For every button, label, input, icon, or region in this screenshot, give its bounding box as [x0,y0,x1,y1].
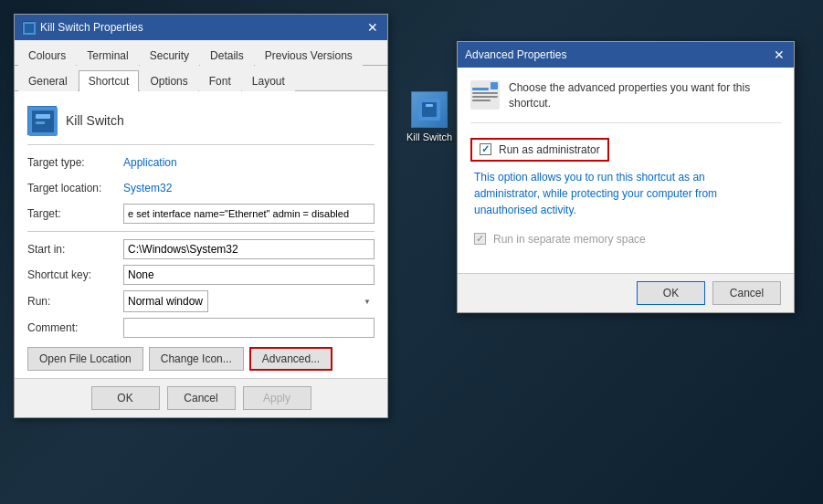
shortcut-header: Kill Switch [27,100,375,145]
svg-rect-14 [491,82,498,89]
target-label: Target: [27,207,123,220]
properties-close-button[interactable]: ✕ [365,21,380,34]
target-location-label: Target location: [27,182,123,194]
tabs-row-2: General Shortcut Options Font Layout [15,66,387,91]
shortcut-key-label: Shortcut key: [27,268,123,281]
advanced-cancel-button[interactable]: Cancel [712,281,781,305]
advanced-header-icon [470,80,500,110]
svg-rect-4 [25,24,34,33]
target-location-row: Target location: System32 [27,178,375,198]
tab-previous-versions[interactable]: Previous Versions [255,45,363,66]
svg-rect-10 [472,88,489,90]
desktop-icon-label: Kill Switch [406,131,452,142]
run-as-admin-section: Run as administrator [470,138,781,162]
properties-window: Kill Switch Properties ✕ Colours Termina… [14,14,388,418]
start-in-row: Start in: [27,239,375,259]
svg-rect-13 [472,100,491,101]
run-as-admin-row[interactable]: Run as administrator [470,138,609,162]
advanced-content: Choose the advanced properties you want … [458,68,794,273]
run-select-wrapper: Normal window [123,290,375,312]
advanced-description: This option allows you to run this short… [470,169,781,218]
properties-titlebar: Kill Switch Properties ✕ [15,15,387,40]
shortcut-icon [27,106,57,135]
desc-line2: administrator, while protecting your com… [474,187,717,200]
advanced-title: Advanced Properties [465,48,566,61]
target-type-value: Application [123,156,177,169]
comment-row: Comment: [27,318,375,338]
shortcut-key-row: Shortcut key: [27,265,375,285]
advanced-ok-button[interactable]: OK [637,281,705,305]
svg-rect-7 [36,114,50,119]
action-buttons-row: Open File Location Change Icon... Advanc… [27,347,375,371]
target-type-row: Target type: Application [27,152,375,173]
tabs-row-1: Colours Terminal Security Details Previo… [15,40,387,66]
target-input[interactable] [123,204,375,224]
advanced-button[interactable]: Advanced... [249,347,332,371]
secondary-label: Run in separate memory space [493,233,646,246]
run-select[interactable]: Normal window [123,290,208,312]
open-file-location-button[interactable]: Open File Location [27,347,143,371]
properties-content: Kill Switch Target type: Application Tar… [15,91,387,378]
comment-label: Comment: [27,321,123,334]
comment-input[interactable] [123,318,375,338]
start-in-input[interactable] [123,239,375,259]
desktop-icon-image [411,91,448,128]
svg-rect-8 [36,121,45,124]
titlebar-icon [22,21,35,34]
secondary-checkbox [474,233,486,245]
advanced-header: Choose the advanced properties you want … [470,80,781,123]
apply-button[interactable]: Apply [243,386,311,410]
run-as-admin-checkbox[interactable] [480,143,491,155]
shortcut-name: Kill Switch [66,113,124,128]
shortcut-key-input[interactable] [123,265,375,285]
run-label: Run: [27,295,123,308]
target-row: Target: [27,204,375,224]
svg-rect-2 [426,104,433,107]
secondary-checkbox-row: Run in separate memory space [470,233,781,246]
tab-shortcut[interactable]: Shortcut [79,70,140,91]
target-location-value: System32 [123,182,172,194]
tab-terminal[interactable]: Terminal [77,45,138,66]
svg-rect-11 [472,92,498,94]
advanced-header-text: Choose the advanced properties you want … [509,80,781,111]
change-icon-button[interactable]: Change Icon... [149,347,244,371]
desc-line1: This option allows you to run this short… [474,171,705,184]
ok-button[interactable]: OK [91,386,160,410]
tab-options[interactable]: Options [140,70,197,91]
tab-details[interactable]: Details [200,45,254,66]
target-type-label: Target type: [27,156,123,169]
tab-security[interactable]: Security [140,45,199,66]
tab-font[interactable]: Font [199,70,241,91]
divider-1 [27,231,375,232]
cancel-button[interactable]: Cancel [167,386,236,410]
properties-title: Kill Switch Properties [40,21,143,34]
desc-line3: unauthorised activity. [474,204,576,216]
advanced-titlebar: Advanced Properties ✕ [458,42,794,68]
advanced-footer: OK Cancel [458,273,794,312]
run-row: Run: Normal window [27,290,375,312]
desktop-icon[interactable]: Kill Switch [393,91,466,142]
tab-colours[interactable]: Colours [18,45,76,66]
run-as-admin-label: Run as administrator [499,143,600,156]
tab-general[interactable]: General [18,70,78,91]
svg-rect-12 [472,96,498,98]
properties-footer: OK Cancel Apply [15,378,387,417]
advanced-properties-window: Advanced Properties ✕ Choose the advance… [457,41,795,313]
start-in-label: Start in: [27,243,123,256]
advanced-close-button[interactable]: ✕ [772,47,786,62]
tab-layout[interactable]: Layout [242,70,295,91]
